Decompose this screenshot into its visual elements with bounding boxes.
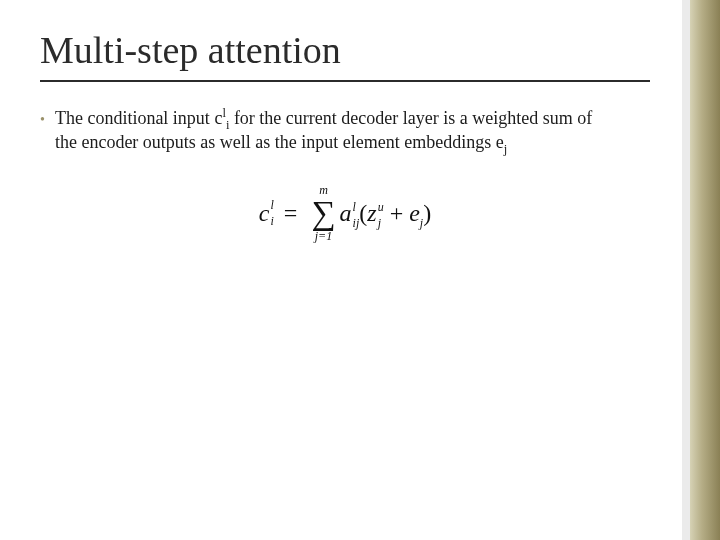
formula-a: alij (340, 200, 360, 227)
formula-a-base: a (340, 200, 352, 226)
formula-z: zuj (367, 200, 383, 227)
formula-e-base: e (409, 200, 420, 226)
sigma-icon: ∑ (311, 196, 335, 230)
slide-side-accent (690, 0, 720, 540)
slide-body: Multi-step attention • The conditional i… (0, 0, 690, 540)
formula-a-sup: l (353, 202, 360, 212)
formula-a-sub: ij (353, 218, 360, 228)
plus-icon: + (390, 200, 404, 227)
formula-rhs: m ∑ j=1 alij ( zuj + ej ) (307, 184, 431, 242)
formula-z-sub: j (378, 218, 384, 228)
var-e-sub: j (504, 142, 508, 156)
formula-z-sup: u (378, 202, 384, 212)
formula-lhs-supsub: li (270, 203, 273, 223)
formula: cli = m ∑ j=1 alij ( zuj + ej (259, 184, 431, 242)
bullet-text: The conditional input cli for the curren… (55, 106, 615, 154)
summation-icon: m ∑ j=1 (311, 184, 335, 242)
formula-area: cli = m ∑ j=1 alij ( zuj + ej (40, 184, 650, 242)
formula-lhs: cli (259, 200, 274, 227)
bullet-text-pre: The conditional input (55, 108, 214, 128)
formula-e: ej (409, 200, 423, 227)
formula-z-supsub: uj (378, 205, 384, 225)
bullet-item: • The conditional input cli for the curr… (40, 106, 650, 154)
rparen-icon: ) (423, 200, 431, 227)
formula-eq: = (284, 200, 298, 227)
formula-lhs-sub: i (270, 216, 273, 226)
var-e-base: e (496, 132, 504, 152)
formula-z-base: z (367, 200, 376, 226)
bullet-marker-icon: • (40, 106, 45, 132)
sum-lower: j=1 (315, 230, 332, 242)
var-e: ej (496, 132, 508, 152)
formula-lhs-sup: l (270, 200, 273, 210)
slide-title: Multi-step attention (40, 28, 650, 82)
formula-a-supsub: lij (353, 205, 360, 225)
var-c: cli (214, 108, 229, 128)
formula-lhs-base: c (259, 200, 270, 227)
